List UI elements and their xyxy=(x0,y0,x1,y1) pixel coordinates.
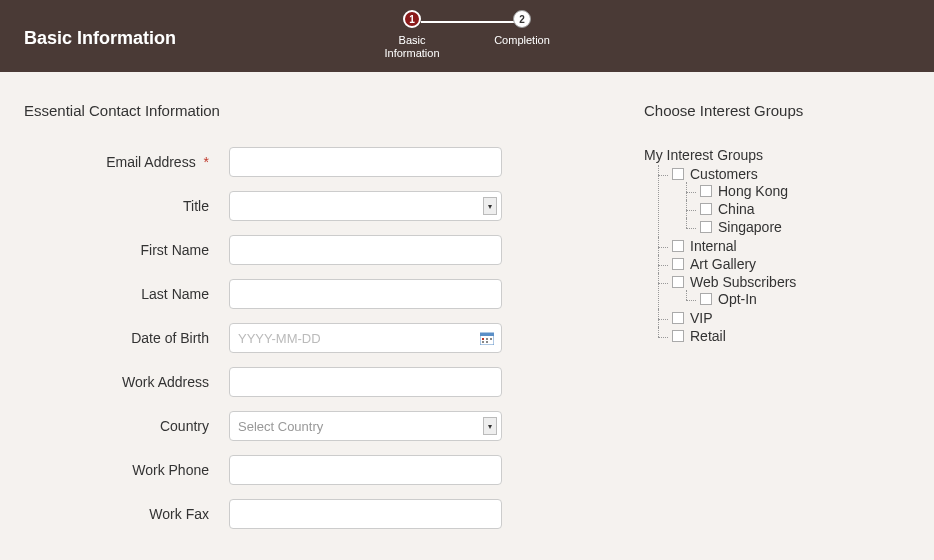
row-work-fax: Work Fax xyxy=(24,499,584,529)
tree-item-label: China xyxy=(718,201,755,217)
tree-item-label: Hong Kong xyxy=(718,183,788,199)
step-1-circle: 1 xyxy=(403,10,421,28)
tree-item[interactable]: Art Gallery xyxy=(672,256,910,272)
tree-item-label: Internal xyxy=(690,238,737,254)
row-last-name: Last Name xyxy=(24,279,584,309)
tree-node: CustomersHong KongChinaSingapore xyxy=(658,165,910,237)
tree-checkbox[interactable] xyxy=(672,276,684,288)
tree-node: Retail xyxy=(658,327,910,345)
header: Basic Information 1 BasicInformation 2 C… xyxy=(0,0,934,72)
label-email-text: Email Address xyxy=(106,154,195,170)
chevron-down-icon: ▾ xyxy=(483,417,497,435)
row-first-name: First Name xyxy=(24,235,584,265)
tree-node: Hong Kong xyxy=(686,182,910,200)
tree-item[interactable]: Internal xyxy=(672,238,910,254)
country-select[interactable]: Select Country ▾ xyxy=(229,411,502,441)
step-connector xyxy=(421,21,521,23)
tree-item-label: VIP xyxy=(690,310,713,326)
label-country: Country xyxy=(24,418,229,434)
tree-children: Hong KongChinaSingapore xyxy=(672,182,910,236)
tree-item[interactable]: Customers xyxy=(672,166,910,182)
tree-checkbox[interactable] xyxy=(672,168,684,180)
row-title: Title ▾ xyxy=(24,191,584,221)
label-first-name: First Name xyxy=(24,242,229,258)
row-work-address: Work Address xyxy=(24,367,584,397)
tree-item-label: Customers xyxy=(690,166,758,182)
content: Essential Contact Information Email Addr… xyxy=(0,72,934,560)
tree-checkbox[interactable] xyxy=(672,240,684,252)
work-address-input[interactable] xyxy=(229,367,502,397)
tree-item[interactable]: China xyxy=(700,201,910,217)
stepper: 1 BasicInformation 2 Completion xyxy=(357,10,577,60)
interest-groups-heading: Choose Interest Groups xyxy=(644,102,910,119)
tree-checkbox[interactable] xyxy=(700,221,712,233)
required-indicator: * xyxy=(204,154,209,170)
interest-groups-section: Choose Interest Groups My Interest Group… xyxy=(644,102,910,543)
step-2-label: Completion xyxy=(494,34,550,47)
tree-item[interactable]: VIP xyxy=(672,310,910,326)
tree-root-label: My Interest Groups xyxy=(644,147,910,163)
email-input[interactable] xyxy=(229,147,502,177)
tree-node: VIP xyxy=(658,309,910,327)
tree-node: Opt-In xyxy=(686,290,910,308)
tree-node: Internal xyxy=(658,237,910,255)
tree-item[interactable]: Retail xyxy=(672,328,910,344)
step-1-label: BasicInformation xyxy=(384,34,439,60)
first-name-input[interactable] xyxy=(229,235,502,265)
tree-item-label: Singapore xyxy=(718,219,782,235)
form-heading: Essential Contact Information xyxy=(24,102,584,119)
tree-item[interactable]: Opt-In xyxy=(700,291,910,307)
work-fax-input[interactable] xyxy=(229,499,502,529)
last-name-input[interactable] xyxy=(229,279,502,309)
form-section: Essential Contact Information Email Addr… xyxy=(24,102,584,543)
tree-item[interactable]: Web Subscribers xyxy=(672,274,910,290)
tree-item-label: Opt-In xyxy=(718,291,757,307)
tree-item[interactable]: Singapore xyxy=(700,219,910,235)
country-select-placeholder: Select Country xyxy=(238,419,323,434)
tree-children: Opt-In xyxy=(672,290,910,308)
tree-node: China xyxy=(686,200,910,218)
label-dob: Date of Birth xyxy=(24,330,229,346)
label-email: Email Address * xyxy=(24,154,229,170)
step-2-circle: 2 xyxy=(513,10,531,28)
row-email: Email Address * xyxy=(24,147,584,177)
work-phone-input[interactable] xyxy=(229,455,502,485)
tree-checkbox[interactable] xyxy=(672,258,684,270)
page-title: Basic Information xyxy=(24,28,176,49)
tree-list: CustomersHong KongChinaSingaporeInternal… xyxy=(644,165,910,345)
dob-wrapper xyxy=(229,323,502,353)
tree-checkbox[interactable] xyxy=(700,293,712,305)
label-title: Title xyxy=(24,198,229,214)
tree-item-label: Art Gallery xyxy=(690,256,756,272)
row-work-phone: Work Phone xyxy=(24,455,584,485)
label-work-address: Work Address xyxy=(24,374,229,390)
tree-node: Web SubscribersOpt-In xyxy=(658,273,910,309)
label-last-name: Last Name xyxy=(24,286,229,302)
step-1[interactable]: 1 BasicInformation xyxy=(357,10,467,60)
tree-node: Art Gallery xyxy=(658,255,910,273)
dob-input[interactable] xyxy=(229,323,502,353)
tree-checkbox[interactable] xyxy=(672,312,684,324)
title-select[interactable]: ▾ xyxy=(229,191,502,221)
tree-checkbox[interactable] xyxy=(700,203,712,215)
tree-node: Singapore xyxy=(686,218,910,236)
interest-tree: My Interest Groups CustomersHong KongChi… xyxy=(644,147,910,345)
step-2[interactable]: 2 Completion xyxy=(467,10,577,47)
label-work-phone: Work Phone xyxy=(24,462,229,478)
label-work-fax: Work Fax xyxy=(24,506,229,522)
tree-item[interactable]: Hong Kong xyxy=(700,183,910,199)
chevron-down-icon: ▾ xyxy=(483,197,497,215)
tree-item-label: Web Subscribers xyxy=(690,274,796,290)
tree-checkbox[interactable] xyxy=(672,330,684,342)
row-country: Country Select Country ▾ xyxy=(24,411,584,441)
tree-item-label: Retail xyxy=(690,328,726,344)
tree-checkbox[interactable] xyxy=(700,185,712,197)
row-dob: Date of Birth xyxy=(24,323,584,353)
